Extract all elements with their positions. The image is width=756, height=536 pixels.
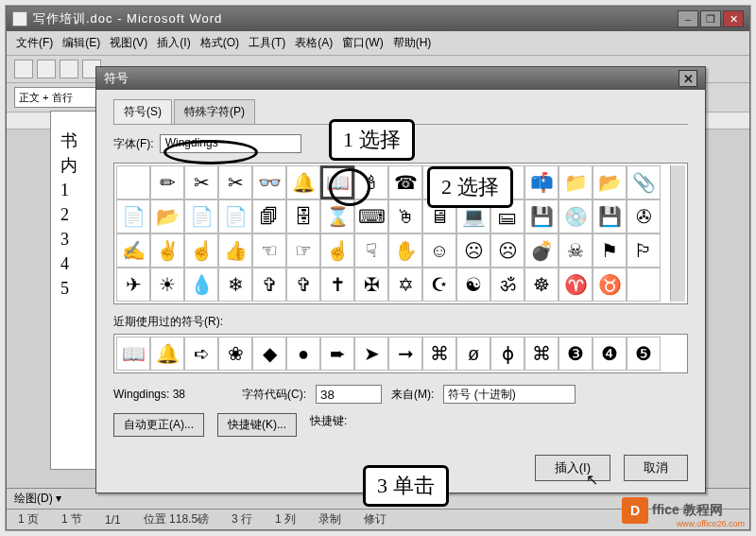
shortcut-key-button[interactable]: 快捷键(K)...: [217, 413, 297, 437]
recent-symbol-cell[interactable]: 📖: [116, 337, 150, 371]
symbol-cell[interactable]: ⚑: [593, 233, 627, 268]
symbol-cell[interactable]: ☎: [388, 165, 422, 199]
maximize-button[interactable]: ❐: [700, 10, 721, 27]
tab-special-characters[interactable]: 特殊字符(P): [174, 99, 255, 124]
symbol-cell[interactable]: ☺: [422, 233, 456, 268]
symbol-cell[interactable]: [116, 165, 150, 199]
symbol-cell[interactable]: 📄: [116, 199, 150, 233]
symbol-cell[interactable]: ⌨: [354, 199, 388, 233]
charcode-input[interactable]: [316, 385, 382, 404]
symbol-cell[interactable]: 🖰: [388, 199, 422, 233]
symbol-cell[interactable]: 📄: [218, 199, 252, 233]
recent-symbol-cell[interactable]: ⌘: [422, 337, 456, 371]
symbol-cell[interactable]: ॐ: [490, 268, 524, 302]
menu-file[interactable]: 文件(F): [16, 35, 53, 51]
symbol-cell[interactable]: 👓: [252, 165, 286, 199]
symbol-cell[interactable]: ☀: [150, 268, 184, 302]
symbol-cell[interactable]: ✌: [150, 233, 184, 268]
symbol-cell[interactable]: ✞: [252, 268, 286, 302]
draw-menu[interactable]: 绘图(D) ▾: [14, 491, 61, 507]
symbol-cell[interactable]: 💾: [524, 199, 558, 233]
recent-symbol-cell[interactable]: ⌘: [524, 337, 558, 371]
from-dropdown[interactable]: 符号 (十进制): [443, 385, 576, 404]
toolbar-button[interactable]: [14, 60, 33, 78]
symbol-cell[interactable]: 📁: [558, 165, 593, 199]
insert-button[interactable]: 插入(I): [535, 455, 610, 481]
symbol-cell[interactable]: ✈: [116, 268, 150, 302]
symbol-cell[interactable]: ✇: [627, 199, 661, 233]
symbol-cell[interactable]: 📄: [184, 199, 218, 233]
symbol-cell[interactable]: ♉: [593, 268, 627, 302]
symbol-cell[interactable]: ☹: [490, 233, 524, 268]
symbol-cell[interactable]: ☜: [252, 233, 286, 268]
recent-symbol-cell[interactable]: ❸: [558, 337, 593, 371]
symbol-cell[interactable]: ✂: [218, 165, 252, 199]
cancel-button[interactable]: 取消: [624, 455, 688, 481]
grid-scrollbar[interactable]: [670, 165, 685, 302]
symbol-cell[interactable]: 📂: [593, 165, 627, 199]
symbol-cell[interactable]: 📎: [627, 165, 661, 199]
symbol-cell[interactable]: ✠: [354, 268, 388, 302]
recent-symbol-cell[interactable]: ❹: [593, 337, 627, 371]
symbol-cell[interactable]: ✏: [150, 165, 184, 199]
symbol-cell[interactable]: ☝: [184, 233, 218, 268]
recent-symbol-cell[interactable]: ➪: [184, 337, 218, 371]
minimize-button[interactable]: –: [678, 10, 698, 27]
symbol-cell[interactable]: ✂: [184, 165, 218, 199]
symbol-cell[interactable]: 📂: [150, 199, 184, 233]
symbol-cell[interactable]: ✋: [388, 233, 422, 268]
symbol-cell[interactable]: ♈: [558, 268, 593, 302]
menu-window[interactable]: 窗口(W): [342, 35, 383, 51]
recent-symbol-cell[interactable]: ●: [286, 337, 320, 371]
recent-symbol-cell[interactable]: ◆: [252, 337, 286, 371]
symbol-cell[interactable]: ☹: [456, 233, 490, 268]
menu-table[interactable]: 表格(A): [295, 35, 333, 51]
symbol-cell[interactable]: 🔔: [286, 165, 320, 199]
symbol-cell[interactable]: ☝: [320, 233, 354, 268]
toolbar-button[interactable]: [37, 60, 56, 78]
symbol-cell[interactable]: 💣: [524, 233, 558, 268]
menu-insert[interactable]: 插入(I): [157, 35, 190, 51]
symbol-cell[interactable]: ☯: [456, 268, 490, 302]
font-label: 字体(F):: [113, 136, 154, 152]
menu-edit[interactable]: 编辑(E): [62, 35, 100, 51]
recent-symbol-cell[interactable]: 🔔: [150, 337, 184, 371]
symbol-cell[interactable]: ☪: [422, 268, 456, 302]
symbol-cell[interactable]: 🗄: [286, 199, 320, 233]
symbol-cell[interactable]: ✞: [286, 268, 320, 302]
dialog-close-button[interactable]: ✕: [679, 70, 697, 87]
symbol-cell[interactable]: 💾: [593, 199, 627, 233]
recent-symbol-cell[interactable]: ➤: [354, 337, 388, 371]
symbol-cell[interactable]: ☠: [558, 233, 593, 268]
cursor-icon: ↖: [586, 471, 598, 489]
toolbar-button[interactable]: [60, 60, 78, 78]
symbol-cell[interactable]: [627, 268, 661, 302]
symbol-cell[interactable]: ✡: [388, 268, 422, 302]
symbol-cell[interactable]: ✍: [116, 233, 150, 268]
symbol-cell[interactable]: ☸: [524, 268, 558, 302]
symbol-cell[interactable]: 👍: [218, 233, 252, 268]
symbol-cell[interactable]: ❄: [218, 268, 252, 302]
menu-help[interactable]: 帮助(H): [393, 35, 432, 51]
tab-symbols[interactable]: 符号(S): [113, 99, 172, 124]
menu-view[interactable]: 视图(V): [110, 35, 147, 51]
autocorrect-button[interactable]: 自动更正(A)...: [113, 413, 204, 437]
recent-symbol-cell[interactable]: ❀: [218, 337, 252, 371]
symbol-cell[interactable]: 🏳: [627, 233, 661, 268]
symbol-cell[interactable]: 📫: [524, 165, 558, 199]
close-button[interactable]: ✕: [723, 10, 744, 27]
recent-symbol-cell[interactable]: ➞: [388, 337, 422, 371]
symbol-cell[interactable]: ☞: [286, 233, 320, 268]
style-selector[interactable]: 正文 + 首行: [14, 87, 97, 108]
symbol-cell[interactable]: 💧: [184, 268, 218, 302]
symbol-cell[interactable]: 🗐: [252, 199, 286, 233]
menu-tools[interactable]: 工具(T): [249, 35, 285, 51]
recent-symbol-cell[interactable]: ➨: [320, 337, 354, 371]
symbol-cell[interactable]: ☟: [354, 233, 388, 268]
recent-symbol-cell[interactable]: ø: [456, 337, 490, 371]
symbol-cell[interactable]: ✝: [320, 268, 354, 302]
menu-format[interactable]: 格式(O): [200, 35, 239, 51]
symbol-cell[interactable]: 💿: [558, 199, 593, 233]
recent-symbol-cell[interactable]: ɸ: [490, 337, 524, 371]
recent-symbol-cell[interactable]: ❺: [627, 337, 661, 371]
